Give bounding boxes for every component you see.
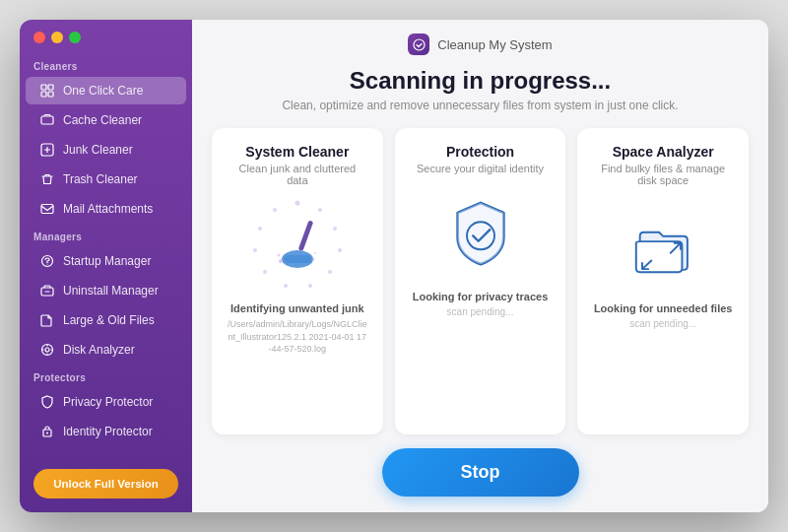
system-cleaner-subtitle: Clean junk and cluttered data bbox=[228, 163, 367, 186]
sidebar-item-startup-manager[interactable]: Startup Manager bbox=[26, 247, 186, 275]
sidebar-item-label: Identity Protector bbox=[63, 425, 153, 438]
stop-row: Stop bbox=[192, 434, 768, 512]
sidebar-item-label: Disk Analyzer bbox=[63, 343, 135, 357]
sidebar-item-junk-cleaner[interactable]: Junk Cleaner bbox=[26, 136, 186, 164]
svg-point-29 bbox=[279, 259, 283, 263]
folder-icon-svg bbox=[624, 211, 702, 280]
trash-cleaner-icon bbox=[39, 171, 55, 187]
system-cleaner-title: System Cleaner bbox=[245, 144, 349, 160]
svg-point-30 bbox=[277, 254, 280, 257]
section-label-cleaners: Cleaners bbox=[20, 53, 192, 76]
app-title: Cleanup My System bbox=[437, 37, 552, 52]
svg-point-23 bbox=[253, 248, 257, 252]
main-window: Cleaners One Click Care Cache Cleaner Ju… bbox=[20, 20, 768, 512]
traffic-lights bbox=[20, 20, 192, 53]
uninstall-manager-icon bbox=[39, 283, 55, 299]
svg-point-8 bbox=[47, 264, 48, 265]
svg-point-20 bbox=[308, 284, 312, 288]
svg-point-13 bbox=[46, 432, 48, 434]
system-cleaner-status: Identifying unwanted junk bbox=[230, 302, 364, 314]
identity-protector-icon bbox=[39, 424, 55, 439]
sidebar-item-disk-analyzer[interactable]: Disk Analyzer bbox=[26, 336, 186, 364]
svg-rect-1 bbox=[48, 85, 53, 90]
shield-icon-svg bbox=[446, 199, 515, 268]
privacy-protector-icon bbox=[39, 394, 55, 410]
svg-point-24 bbox=[258, 227, 262, 231]
sidebar-item-label: One Click Care bbox=[63, 84, 143, 98]
svg-point-21 bbox=[284, 284, 288, 288]
svg-point-14 bbox=[414, 39, 425, 50]
sidebar-item-trash-cleaner[interactable]: Trash Cleaner bbox=[26, 166, 186, 193]
svg-point-31 bbox=[311, 258, 314, 261]
section-label-protectors: Protectors bbox=[20, 365, 192, 387]
protection-card: Protection Secure your digital identity … bbox=[395, 128, 566, 434]
sidebar-item-cache-cleaner[interactable]: Cache Cleaner bbox=[26, 106, 186, 134]
protection-title: Protection bbox=[446, 144, 514, 160]
sidebar-item-one-click-care[interactable]: One Click Care bbox=[26, 77, 186, 104]
svg-rect-3 bbox=[48, 92, 53, 97]
page-heading: Scanning in progress... bbox=[192, 61, 768, 99]
sidebar-item-identity-protector[interactable]: Identity Protector bbox=[26, 418, 186, 445]
svg-point-16 bbox=[318, 208, 322, 212]
junk-cleaner-icon bbox=[39, 142, 55, 158]
cards-container: System Cleaner Clean junk and cluttered … bbox=[192, 128, 768, 434]
cache-cleaner-icon bbox=[39, 112, 55, 128]
sidebar-item-label: Uninstall Manager bbox=[63, 284, 159, 298]
svg-point-15 bbox=[295, 201, 299, 206]
maximize-button[interactable] bbox=[69, 32, 81, 43]
svg-rect-28 bbox=[284, 255, 311, 263]
mail-attachments-icon bbox=[39, 201, 55, 217]
svg-point-17 bbox=[333, 227, 337, 231]
sidebar-item-large-old-files[interactable]: Large & Old Files bbox=[26, 306, 186, 334]
disk-analyzer-icon bbox=[39, 342, 55, 358]
svg-rect-6 bbox=[41, 205, 53, 214]
protection-status: Looking for privacy traces bbox=[413, 291, 549, 302]
sidebar-item-mail-attachments[interactable]: Mail Attachments bbox=[26, 195, 186, 223]
section-label-managers: Managers bbox=[20, 224, 192, 246]
svg-rect-0 bbox=[41, 85, 46, 90]
svg-point-11 bbox=[45, 348, 49, 352]
svg-point-19 bbox=[328, 270, 332, 274]
one-click-care-icon bbox=[39, 83, 55, 99]
space-analyzer-subtitle: Find bulky files & manage disk space bbox=[593, 163, 733, 186]
unlock-full-version-button[interactable]: Unlock Full Version bbox=[33, 469, 178, 499]
svg-rect-4 bbox=[41, 116, 53, 124]
sidebar-item-label: Mail Attachments bbox=[63, 202, 153, 216]
svg-rect-2 bbox=[41, 92, 46, 97]
space-analyzer-card: Space Analyzer Find bulky files & manage… bbox=[577, 128, 749, 434]
svg-rect-26 bbox=[297, 220, 313, 251]
main-content: Cleanup My System Scanning in progress..… bbox=[192, 20, 768, 512]
protection-visual bbox=[431, 184, 530, 283]
dots-ring-svg bbox=[248, 196, 347, 295]
startup-manager-icon bbox=[39, 253, 55, 269]
protection-subtitle: Secure your digital identity bbox=[417, 163, 544, 174]
svg-point-32 bbox=[314, 252, 316, 254]
close-button[interactable] bbox=[33, 32, 45, 43]
app-icon bbox=[408, 33, 429, 55]
space-analyzer-title: Space Analyzer bbox=[613, 144, 714, 160]
sidebar: Cleaners One Click Care Cache Cleaner Ju… bbox=[20, 20, 192, 512]
svg-point-25 bbox=[273, 208, 277, 212]
space-analyzer-status: Looking for unneeded files bbox=[594, 302, 733, 314]
sidebar-item-label: Trash Cleaner bbox=[63, 172, 138, 186]
sidebar-item-label: Large & Old Files bbox=[63, 313, 155, 327]
sidebar-item-label: Startup Manager bbox=[63, 254, 151, 268]
svg-point-22 bbox=[263, 270, 267, 274]
system-cleaner-path: /Users/admin/Library/Logs/NGLClient_Illu… bbox=[228, 318, 367, 356]
stop-button[interactable]: Stop bbox=[382, 448, 579, 497]
sidebar-item-label: Cache Cleaner bbox=[63, 113, 142, 127]
sidebar-item-uninstall-manager[interactable]: Uninstall Manager bbox=[26, 277, 186, 304]
minimize-button[interactable] bbox=[51, 32, 63, 43]
system-cleaner-visual bbox=[248, 196, 347, 295]
sidebar-item-label: Junk Cleaner bbox=[63, 143, 133, 157]
svg-point-18 bbox=[338, 248, 342, 252]
protection-pending: scan pending... bbox=[447, 306, 514, 317]
space-analyzer-pending: scan pending... bbox=[629, 318, 696, 329]
app-header: Cleanup My System bbox=[192, 20, 768, 61]
sidebar-item-label: Privacy Protector bbox=[63, 395, 153, 409]
page-subheading: Clean, optimize and remove unnecessary f… bbox=[192, 99, 768, 112]
large-old-files-icon bbox=[39, 312, 55, 328]
system-cleaner-card: System Cleaner Clean junk and cluttered … bbox=[212, 128, 383, 434]
sidebar-item-privacy-protector[interactable]: Privacy Protector bbox=[26, 388, 186, 416]
space-analyzer-visual bbox=[614, 196, 712, 295]
